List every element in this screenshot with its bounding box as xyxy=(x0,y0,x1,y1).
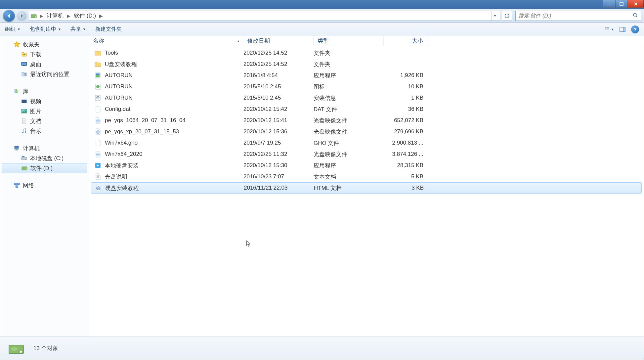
breadcrumb-computer[interactable]: 计算机 xyxy=(45,11,65,21)
svg-rect-9 xyxy=(607,27,609,28)
svg-point-57 xyxy=(98,154,99,155)
sidebar-item-downloads[interactable]: 下载 xyxy=(0,49,89,59)
file-size: 10 KB xyxy=(384,83,427,90)
svg-rect-1 xyxy=(620,2,623,6)
file-size: 1,926 KB xyxy=(384,72,427,79)
file-row[interactable]: pe_yqs_xp_20_07_31_15_532020/10/12 15:36… xyxy=(91,126,642,137)
file-row[interactable]: AUTORUN2016/1/8 4:54应用程序1,926 KB xyxy=(91,70,642,81)
file-icon xyxy=(94,61,102,68)
status-text: 13 个对象 xyxy=(33,344,58,352)
documents-icon xyxy=(21,118,27,124)
svg-point-30 xyxy=(22,132,23,133)
breadcrumb-drive[interactable]: 软件 (D:) xyxy=(72,11,98,21)
file-row[interactable]: Win7x64_20202020/12/25 11:32光盘映像文件3,874,… xyxy=(91,149,642,160)
file-type: 应用程序 xyxy=(314,72,384,79)
drive-large-icon xyxy=(7,339,25,358)
breadcrumb-separator[interactable]: ▶ xyxy=(38,13,45,19)
file-type: 安装信息 xyxy=(314,94,384,102)
file-icon xyxy=(94,139,102,147)
column-name[interactable]: 名称▴ xyxy=(89,36,243,46)
svg-rect-17 xyxy=(23,66,25,66)
search-input[interactable] xyxy=(518,13,633,19)
file-row[interactable]: U盘安装教程2020/12/25 14:52文件夹 xyxy=(91,59,642,70)
file-icon xyxy=(94,151,102,158)
svg-point-48 xyxy=(96,85,100,88)
address-bar[interactable]: ▶ 计算机 ▶ 软件 (D:) ▶ ▼ xyxy=(29,11,500,21)
sidebar-network[interactable]: 网络 xyxy=(0,180,89,190)
column-type[interactable]: 类型 xyxy=(314,36,384,46)
svg-point-31 xyxy=(25,131,26,133)
address-dropdown[interactable]: ▼ xyxy=(491,11,498,21)
titlebar[interactable] xyxy=(0,0,644,9)
back-button[interactable] xyxy=(3,10,15,22)
svg-point-67 xyxy=(11,347,18,351)
svg-rect-8 xyxy=(605,29,607,30)
breadcrumb-separator[interactable]: ▶ xyxy=(65,13,72,19)
svg-rect-35 xyxy=(15,150,18,151)
breadcrumb-separator[interactable]: ▶ xyxy=(98,13,104,19)
svg-rect-14 xyxy=(623,27,625,32)
maximize-button[interactable] xyxy=(615,0,628,8)
file-name: Win7x64_2020 xyxy=(105,151,142,158)
file-type: 图标 xyxy=(314,83,384,91)
column-size[interactable]: 大小 xyxy=(384,36,427,46)
svg-rect-24 xyxy=(26,100,27,103)
view-options-button[interactable]: ▼ xyxy=(605,25,614,34)
navigation-bar: ▶ 计算机 ▶ 软件 (D:) ▶ ▼ xyxy=(0,9,644,23)
svg-rect-43 xyxy=(16,186,18,188)
column-date[interactable]: 修改日期 xyxy=(243,36,314,46)
music-icon xyxy=(21,128,27,134)
file-row[interactable]: Win7x64.gho2019/9/7 19:25GHO 文件2,900,813… xyxy=(91,137,642,149)
svg-rect-10 xyxy=(607,28,609,29)
include-library-menu[interactable]: 包含到库中▼ xyxy=(30,26,61,33)
file-name: Tools xyxy=(105,50,118,56)
file-row[interactable]: Config.dat2020/10/12 15:42DAT 文件36 KB xyxy=(91,104,642,115)
sidebar-item-pictures[interactable]: 图片 xyxy=(0,106,89,116)
file-list: 名称▴ 修改日期 类型 大小 Tools2020/12/25 14:52文件夹U… xyxy=(89,36,644,337)
file-name: 硬盘安装教程 xyxy=(105,184,139,192)
sidebar-item-videos[interactable]: 视频 xyxy=(0,96,89,106)
drive-icon xyxy=(30,13,37,19)
search-icon[interactable] xyxy=(633,13,638,19)
file-size: 36 KB xyxy=(384,106,427,112)
file-row[interactable]: 硬盘安装教程2016/11/21 22:03HTML 文档3 KB xyxy=(91,182,642,194)
file-icon xyxy=(94,49,102,57)
organize-menu[interactable]: 组织▼ xyxy=(5,26,21,33)
forward-button[interactable] xyxy=(17,11,27,21)
sidebar-item-desktop[interactable]: 桌面 xyxy=(0,59,89,69)
sidebar-libraries[interactable]: 库 xyxy=(0,86,89,96)
sidebar-item-drive-d[interactable]: 软件 (D:) xyxy=(2,163,87,173)
sidebar-item-documents[interactable]: 文档 xyxy=(0,116,89,126)
help-button[interactable]: ? xyxy=(631,25,639,33)
svg-point-55 xyxy=(98,132,99,133)
search-box[interactable] xyxy=(515,11,641,21)
share-menu[interactable]: 共享▼ xyxy=(70,26,86,33)
close-button[interactable] xyxy=(628,0,644,8)
file-row[interactable]: 本地硬盘安装2020/10/12 15:30应用程序28,315 KB xyxy=(91,160,642,171)
sidebar-item-music[interactable]: 音乐 xyxy=(0,126,89,136)
file-icon xyxy=(94,162,102,169)
file-name: 光盘说明 xyxy=(105,173,127,181)
refresh-button[interactable] xyxy=(502,11,512,21)
content-area: 收藏夹 下载 桌面 最近访问的位置 库 视频 图片 文档 音乐 计算机 xyxy=(0,36,644,337)
file-icon xyxy=(94,106,102,113)
file-date: 2015/5/10 2:45 xyxy=(243,95,314,101)
svg-rect-23 xyxy=(21,100,22,103)
file-row[interactable]: Tools2020/12/25 14:52文件夹 xyxy=(91,47,642,59)
file-size: 279,696 KB xyxy=(384,128,427,135)
file-row[interactable]: AUTORUN2015/5/10 2:45安装信息1 KB xyxy=(91,92,642,104)
sidebar-computer[interactable]: 计算机 xyxy=(0,143,89,153)
sidebar-item-drive-c[interactable]: 本地磁盘 (C:) xyxy=(0,153,89,163)
file-type: 光盘映像文件 xyxy=(314,128,384,136)
file-type: 文件夹 xyxy=(314,49,384,57)
svg-rect-7 xyxy=(605,28,607,29)
new-folder-button[interactable]: 新建文件夹 xyxy=(95,26,122,33)
preview-pane-button[interactable] xyxy=(618,25,627,34)
file-name: Config.dat xyxy=(105,106,131,112)
sidebar-favorites[interactable]: 收藏夹 xyxy=(0,39,89,49)
minimize-button[interactable] xyxy=(603,0,615,8)
sidebar-item-recent[interactable]: 最近访问的位置 xyxy=(0,69,89,79)
file-row[interactable]: 光盘说明2016/10/23 7:07文本文档5 KB xyxy=(91,171,642,182)
file-row[interactable]: pe_yqs_1064_20_07_31_16_042020/10/12 15:… xyxy=(91,115,642,126)
file-row[interactable]: AUTORUN2015/5/10 2:45图标10 KB xyxy=(91,81,642,92)
